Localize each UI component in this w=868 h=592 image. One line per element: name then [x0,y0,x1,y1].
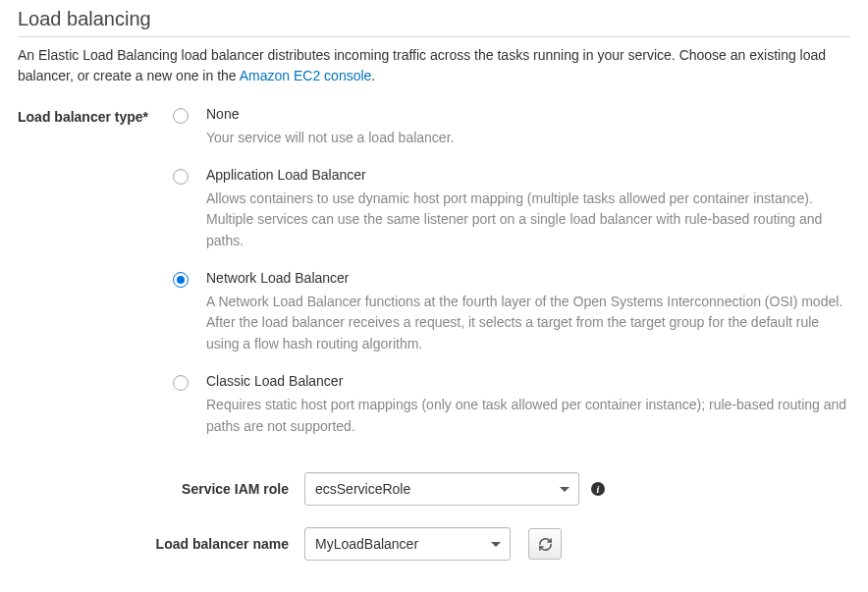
radio-title: None [206,106,850,122]
load-balancer-name-label: Load balancer name [18,536,304,552]
radio-icon [173,108,189,124]
section-intro: An Elastic Load Balancing load balancer … [18,45,850,86]
intro-text-pre: An Elastic Load Balancing load balancer … [18,47,826,83]
section-title: Load balancing [18,8,850,30]
radio-option-alb[interactable]: Application Load Balancer Allows contain… [173,167,850,252]
radio-title: Application Load Balancer [206,167,850,183]
radio-title: Classic Load Balancer [206,373,850,389]
service-iam-role-row: Service IAM role ecsServiceRole i [18,472,850,506]
refresh-icon [538,537,553,552]
radio-desc: Requires static host port mappings (only… [206,395,850,437]
service-iam-role-label: Service IAM role [18,481,304,497]
radio-desc: Your service will not use a load balance… [206,128,850,149]
refresh-button[interactable] [528,528,562,560]
radio-icon-selected [173,272,189,288]
load-balancer-type-label: Load balancer type* [18,106,173,126]
service-iam-role-select[interactable]: ecsServiceRole [304,472,579,506]
radio-option-clb[interactable]: Classic Load Balancer Requires static ho… [173,373,850,437]
intro-text-post: . [371,68,375,83]
radio-icon [173,169,189,185]
load-balancer-name-row: Load balancer name MyLoadBalancer [18,527,850,561]
ec2-console-link[interactable]: Amazon EC2 console [240,68,372,83]
load-balancer-type-field: Load balancer type* None Your service wi… [18,106,850,441]
info-icon[interactable]: i [591,482,605,496]
load-balancer-name-select[interactable]: MyLoadBalancer [304,527,511,561]
radio-option-nlb[interactable]: Network Load Balancer A Network Load Bal… [173,270,850,355]
radio-title: Network Load Balancer [206,270,850,286]
radio-desc: A Network Load Balancer functions at the… [206,292,850,355]
section-divider [18,36,850,37]
radio-desc: Allows containers to use dynamic host po… [206,188,850,252]
radio-icon [173,375,189,391]
radio-option-none[interactable]: None Your service will not use a load ba… [173,106,850,149]
